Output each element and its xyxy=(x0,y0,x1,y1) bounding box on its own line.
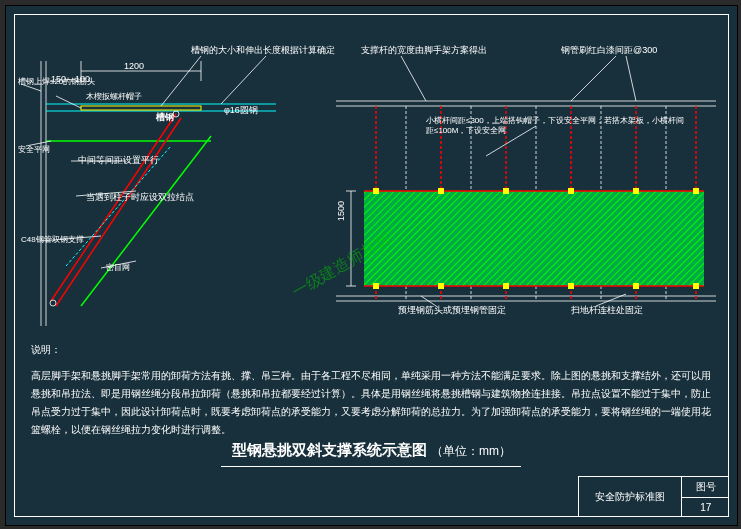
svg-rect-54 xyxy=(633,283,639,289)
explanation-body: 高层脚手架和悬挑脚手架常用的卸荷方法有挑、撑、吊三种。由于各工程不尽相同，单纯采… xyxy=(31,367,712,439)
dim-1500: 1500 xyxy=(336,201,346,221)
title-block: 安全防护标准图 图号 17 xyxy=(578,476,729,517)
note-weld-rebar: 槽钢上焊≤20的钢筋头 xyxy=(18,76,95,87)
svg-rect-45 xyxy=(438,188,444,194)
svg-rect-52 xyxy=(503,283,509,289)
label-phi16: φ16圆钢 xyxy=(224,104,258,117)
label-safety-net: 安全平网 xyxy=(18,144,50,155)
title-unit: （单位：mm） xyxy=(431,444,511,458)
note-column-tie: 当遇到柱子时应设双拉结点 xyxy=(86,191,194,204)
svg-line-17 xyxy=(161,56,201,106)
svg-rect-48 xyxy=(633,188,639,194)
svg-rect-6 xyxy=(81,106,201,110)
note-brace-width: 支撑杆的宽度由脚手架方案得出 xyxy=(361,44,487,57)
explanation-label: 说明： xyxy=(31,341,712,359)
svg-rect-44 xyxy=(373,188,379,194)
titleblock-no-label: 图号 xyxy=(682,477,729,498)
svg-rect-47 xyxy=(568,188,574,194)
svg-rect-49 xyxy=(693,188,699,194)
svg-line-20 xyxy=(56,96,81,108)
svg-rect-41 xyxy=(364,191,704,286)
note-midspan: 中间等间距设置平行 xyxy=(78,154,159,167)
svg-line-59 xyxy=(401,56,426,101)
note-red-white-paint: 钢管刷红白漆间距@300 xyxy=(561,44,657,57)
svg-rect-53 xyxy=(568,283,574,289)
svg-rect-46 xyxy=(503,188,509,194)
svg-point-16 xyxy=(50,300,56,306)
svg-rect-50 xyxy=(373,283,379,289)
label-fine-mesh: 密目网 xyxy=(106,262,130,273)
title-underline xyxy=(221,466,521,467)
svg-rect-55 xyxy=(693,283,699,289)
drawing-canvas: 1200 150—100 槽钢的大小和伸出长度根据计算确定 支撑杆的宽度由脚手架… xyxy=(5,5,738,526)
note-wedge: 木楔扳螺杆帽子 xyxy=(86,91,142,102)
note-ground-rail: 扫地杆连柱处固定 xyxy=(571,304,643,317)
svg-line-61 xyxy=(626,56,636,101)
svg-line-12 xyxy=(56,118,181,306)
explanation-block: 说明： 高层脚手架和悬挑脚手架常用的卸荷方法有挑、撑、吊三种。由于各工程不尽相同… xyxy=(31,341,712,439)
svg-line-60 xyxy=(571,56,616,101)
svg-rect-51 xyxy=(438,283,444,289)
note-scissor-spacing: 小横杆间距≤300，上端搭钩帽子，下设安全平网；若搭木架板，小横杆间距≤100M… xyxy=(426,116,686,137)
label-channel: 槽钢 xyxy=(156,111,174,124)
titleblock-name: 安全防护标准图 xyxy=(579,477,682,517)
label-c48-brace: C48钢管双钢支撑 xyxy=(21,234,84,245)
dim-1200: 1200 xyxy=(124,61,144,71)
titleblock-no: 17 xyxy=(682,498,729,518)
drawing-title: 型钢悬挑双斜支撑系统示意图 （单位：mm） xyxy=(6,441,737,460)
svg-line-18 xyxy=(221,56,266,104)
note-embed-fix: 预埋钢筋头或预埋钢管固定 xyxy=(398,304,506,317)
title-main: 型钢悬挑双斜支撑系统示意图 xyxy=(232,441,427,458)
note-channel-calc: 槽钢的大小和伸出长度根据计算确定 xyxy=(191,44,335,57)
